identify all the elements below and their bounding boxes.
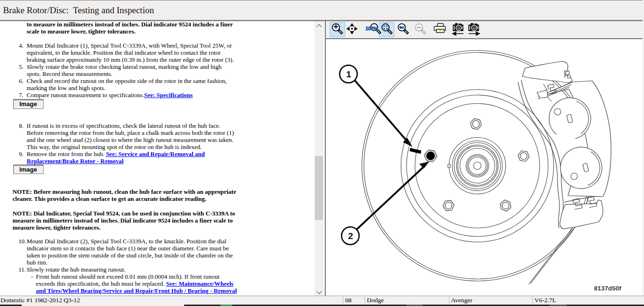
svg-text:100%: 100% (365, 25, 378, 31)
svg-text:8137d50f: 8137d50f (594, 285, 621, 292)
svg-text:2: 2 (348, 231, 353, 241)
svg-text:1: 1 (346, 69, 351, 79)
